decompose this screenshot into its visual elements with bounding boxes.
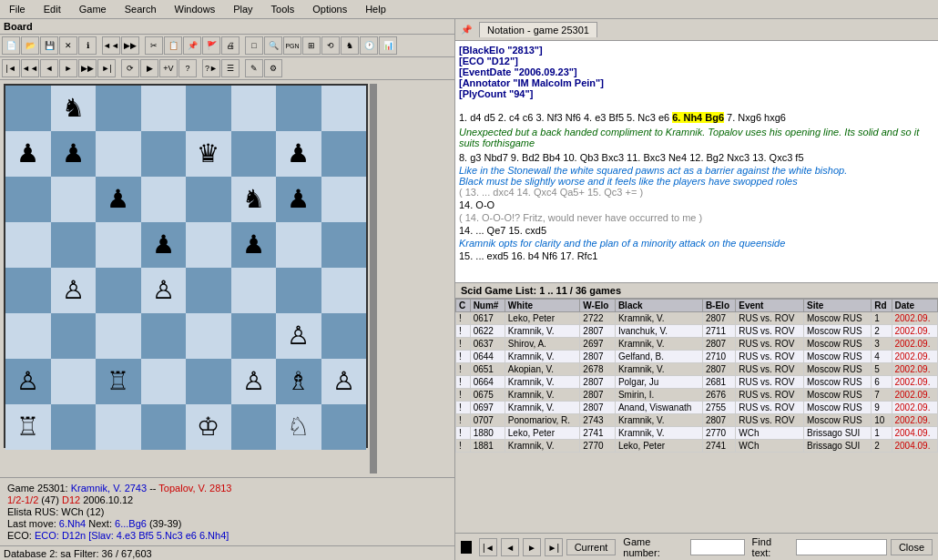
- print-btn[interactable]: 🖨: [221, 36, 240, 55]
- square-d2[interactable]: [141, 359, 187, 404]
- square-a2[interactable]: ♙: [5, 359, 51, 404]
- square-g3[interactable]: ♙: [276, 313, 321, 359]
- menu-windows[interactable]: Windows: [169, 2, 221, 16]
- prev-btn[interactable]: ◄◄: [102, 36, 120, 55]
- current-button[interactable]: Current: [566, 539, 617, 555]
- copy-btn[interactable]: 📋: [164, 36, 182, 55]
- square-g7[interactable]: ♟: [276, 131, 321, 177]
- close-game-btn[interactable]: ✕: [59, 36, 77, 55]
- edit2-btn[interactable]: ✎: [245, 59, 263, 77]
- menu-search[interactable]: Search: [119, 2, 162, 16]
- col-date[interactable]: Date: [892, 300, 938, 312]
- next-btn[interactable]: ▶▶: [121, 36, 139, 55]
- square-c3[interactable]: [96, 313, 141, 359]
- back-btn[interactable]: ◄◄: [21, 59, 39, 77]
- game-number-input[interactable]: [690, 539, 745, 555]
- square-f2[interactable]: ♙: [231, 359, 277, 404]
- table-row[interactable]: !0644Kramnik, V.2807Gelfand, B.2710RUS v…: [456, 351, 938, 363]
- square-c5[interactable]: [96, 222, 141, 268]
- table-row[interactable]: !0637Shirov, A.2697Kramnik, V.2807RUS vs…: [456, 338, 938, 351]
- db-btn[interactable]: ⊞: [302, 36, 321, 55]
- square-e2[interactable]: [186, 359, 231, 404]
- square-e3[interactable]: [186, 313, 231, 359]
- square-f1[interactable]: [231, 404, 277, 450]
- square-a3[interactable]: [5, 313, 51, 359]
- board-btn[interactable]: □: [245, 36, 263, 55]
- square-g5[interactable]: [276, 222, 321, 268]
- square-c6[interactable]: ♟: [96, 177, 141, 222]
- notation-tab[interactable]: Notation - game 25301: [479, 22, 597, 37]
- table-row[interactable]: !0651Akopian, V.2678Kramnik, V.2807RUS v…: [456, 363, 938, 376]
- close-button[interactable]: Close: [891, 539, 933, 555]
- square-f6[interactable]: ♞: [231, 177, 277, 222]
- col-num[interactable]: Num#: [470, 300, 505, 312]
- square-h5[interactable]: [321, 222, 367, 268]
- square-c4[interactable]: [96, 268, 141, 313]
- paste-btn[interactable]: 📌: [183, 36, 201, 55]
- flip-btn[interactable]: ⟲: [321, 36, 340, 55]
- nav-fwd-btn[interactable]: ►: [523, 538, 541, 556]
- square-g1[interactable]: ♘: [276, 404, 321, 450]
- back1-btn[interactable]: ◄: [40, 59, 58, 77]
- play2-btn[interactable]: ?►: [202, 59, 220, 77]
- square-b6[interactable]: [51, 177, 97, 222]
- nav-back-btn[interactable]: ◄: [501, 538, 519, 556]
- square-b2[interactable]: [51, 359, 97, 404]
- square-d1[interactable]: [141, 404, 187, 450]
- col-belo[interactable]: B-Elo: [702, 300, 735, 312]
- notation-area[interactable]: [BlackElo "2813"] [ECO "D12"] [EventDate…: [455, 41, 938, 283]
- square-f7[interactable]: [231, 131, 277, 177]
- setup-btn[interactable]: ⚙: [264, 59, 282, 77]
- table-row[interactable]: !0664Kramnik, V.2807Polgar, Ju2681RUS vs…: [456, 376, 938, 389]
- menu-game[interactable]: Game: [74, 2, 112, 16]
- square-c7[interactable]: [96, 131, 141, 177]
- table-row[interactable]: !1881Kramnik, V.2770Leko, Peter2741WChBr…: [456, 440, 938, 453]
- col-rd[interactable]: Rd: [872, 300, 892, 312]
- square-a5[interactable]: [5, 222, 51, 268]
- menu-tools[interactable]: Tools: [266, 2, 301, 16]
- square-h1[interactable]: [321, 404, 367, 450]
- menu-edit[interactable]: Edit: [38, 2, 66, 16]
- find-text-input[interactable]: [796, 539, 887, 555]
- square-h6[interactable]: [321, 177, 367, 222]
- menu-help[interactable]: Help: [360, 2, 392, 16]
- square-f8[interactable]: [231, 86, 277, 131]
- open-btn[interactable]: 📂: [21, 36, 39, 55]
- table-row[interactable]: !1880Leko, Peter2741Kramnik, V.2770WChBr…: [456, 427, 938, 440]
- square-f3[interactable]: [231, 313, 277, 359]
- search2-btn[interactable]: 🔍: [264, 36, 282, 55]
- square-b1[interactable]: [51, 404, 97, 450]
- square-c2[interactable]: ♖: [96, 359, 141, 404]
- analysis-btn[interactable]: ♞: [341, 36, 359, 55]
- lines-btn[interactable]: ☰: [221, 59, 240, 77]
- square-b5[interactable]: [51, 222, 97, 268]
- square-h8[interactable]: [321, 86, 367, 131]
- new-btn[interactable]: 📄: [2, 36, 20, 55]
- square-a6[interactable]: [5, 177, 51, 222]
- square-h2[interactable]: ♙: [321, 359, 367, 404]
- col-black[interactable]: Black: [615, 300, 702, 312]
- square-g8[interactable]: [276, 86, 321, 131]
- square-a1[interactable]: ♖: [5, 404, 51, 450]
- table-row[interactable]: !0622Kramnik, V.2807Ivanchuk, V.2711RUS …: [456, 325, 938, 338]
- square-d8[interactable]: [141, 86, 187, 131]
- square-b8[interactable]: ♞: [51, 86, 97, 131]
- square-a8[interactable]: [5, 86, 51, 131]
- fwd1-btn[interactable]: ►: [59, 59, 77, 77]
- square-d7[interactable]: [141, 131, 187, 177]
- flag-btn[interactable]: 🚩: [202, 36, 220, 55]
- board-scrollbar[interactable]: [370, 84, 377, 473]
- score-btn[interactable]: +V: [159, 59, 178, 77]
- square-e6[interactable]: [186, 177, 231, 222]
- nav-end-btn[interactable]: ►|: [545, 538, 563, 556]
- graph-btn[interactable]: 📊: [379, 36, 397, 55]
- square-d4[interactable]: ♙: [141, 268, 187, 313]
- menu-options[interactable]: Options: [307, 2, 352, 16]
- square-b4[interactable]: ♙: [51, 268, 97, 313]
- chess-board[interactable]: ♞ ♟ ♟ ♛: [4, 84, 368, 448]
- game-list-scroll[interactable]: C Num# White W-Elo Black B-Elo Event Sit…: [455, 299, 938, 533]
- square-e1[interactable]: ♔: [186, 404, 231, 450]
- square-f5[interactable]: ♟: [231, 222, 277, 268]
- rotat-btn[interactable]: ⟳: [121, 59, 139, 77]
- menu-file[interactable]: File: [4, 2, 31, 16]
